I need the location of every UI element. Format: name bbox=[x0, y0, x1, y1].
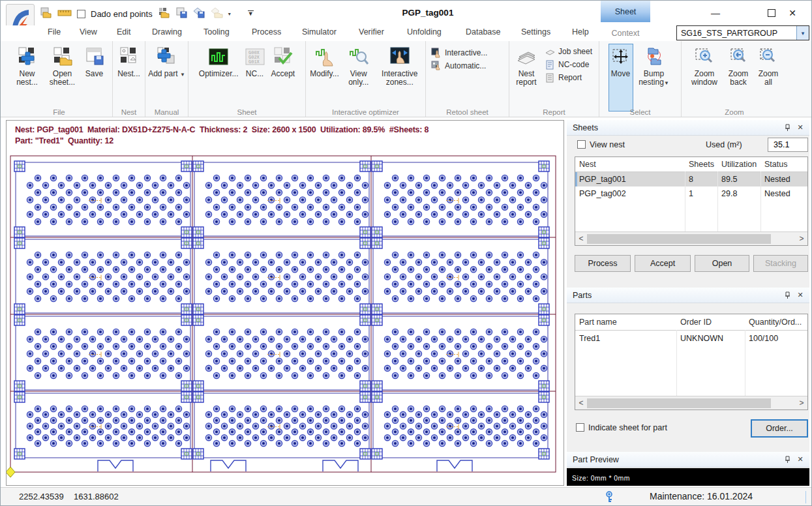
process-button[interactable]: Process bbox=[575, 255, 631, 272]
quick-ruler-icon[interactable] bbox=[57, 8, 72, 20]
scroll-right-icon[interactable]: > bbox=[796, 398, 807, 408]
sheets-pin-icon[interactable] bbox=[781, 124, 794, 132]
scroll-right-icon[interactable]: > bbox=[796, 234, 807, 243]
zoom-back-button[interactable]: Zoom back bbox=[724, 44, 753, 89]
parts-hscrollbar[interactable]: < > bbox=[575, 396, 807, 409]
nc-code-button[interactable]: NC-code bbox=[545, 58, 592, 71]
retool-automatic-button[interactable]: Automatic... bbox=[431, 59, 487, 72]
dado-end-points-checkbox[interactable] bbox=[77, 10, 85, 18]
sheets-table-row[interactable]: PGP_tag001 8 89.5 Nested bbox=[575, 172, 807, 186]
parts-table-row[interactable]: Tred1 UNKNOWN 100/100 bbox=[575, 331, 807, 346]
new-nest-button[interactable]: New nest... bbox=[12, 44, 43, 89]
indicate-sheet-label: Indicate sheet for part bbox=[588, 423, 667, 432]
zoom-back-label: Zoom back bbox=[725, 70, 751, 87]
col-nest[interactable]: Nest bbox=[575, 160, 685, 169]
menu-edit[interactable]: Edit bbox=[117, 27, 131, 37]
view-only-button[interactable]: View only... bbox=[343, 44, 374, 89]
optimizer-button[interactable]: Optimizer... bbox=[198, 44, 240, 80]
col-quantity[interactable]: Quantity/Ord... bbox=[745, 318, 806, 327]
open-sheet-button[interactable]: Open sheet... bbox=[46, 44, 80, 89]
nest-button[interactable]: Nest... bbox=[116, 44, 142, 80]
parts-pin-icon[interactable] bbox=[781, 291, 794, 299]
menu-drawing[interactable]: Drawing bbox=[152, 27, 182, 37]
ribbon-group-interactive-optimizer-label: Interactive optimizer bbox=[306, 108, 425, 116]
modify-button[interactable]: Modify... bbox=[308, 44, 340, 80]
partgroup-value: SG16_STS_PARTGROUP bbox=[677, 29, 796, 38]
parts-panel-header: Parts ✕ bbox=[567, 288, 809, 303]
move-button[interactable]: Move bbox=[609, 44, 633, 112]
sheets-table-row[interactable]: PGP_tag002 1 29.8 Nested bbox=[575, 186, 807, 201]
zoom-all-button[interactable]: Zoom all bbox=[755, 44, 781, 89]
col-sheets[interactable]: Sheets bbox=[685, 160, 717, 169]
menu-unfolding[interactable]: Unfolding bbox=[407, 27, 442, 37]
view-nest-label: View nest bbox=[590, 140, 625, 149]
preview-close-icon[interactable]: ✕ bbox=[794, 455, 807, 464]
menu-simulator[interactable]: Simulator bbox=[302, 27, 337, 37]
menu-view[interactable]: View bbox=[80, 27, 97, 37]
scroll-thumb[interactable] bbox=[587, 234, 771, 244]
ribbon-group-report-label: Report bbox=[509, 108, 599, 116]
scroll-thumb[interactable] bbox=[587, 398, 771, 408]
menu-settings[interactable]: Settings bbox=[521, 27, 550, 37]
order-button[interactable]: Order... bbox=[751, 419, 808, 438]
menu-database[interactable]: Database bbox=[466, 27, 501, 37]
scroll-left-icon[interactable]: < bbox=[575, 398, 587, 408]
preview-pin-icon[interactable] bbox=[781, 456, 794, 464]
accept-label: Accept bbox=[271, 70, 295, 78]
report-button[interactable]: Report bbox=[545, 71, 592, 84]
view-nest-checkbox[interactable] bbox=[577, 140, 586, 149]
minimize-button[interactable]: — bbox=[706, 6, 725, 20]
nc-label: NC... bbox=[246, 70, 263, 78]
maximize-button[interactable] bbox=[762, 6, 781, 20]
export-dropdown-icon[interactable]: ▾ bbox=[228, 11, 231, 17]
zoom-window-button[interactable]: Zoom window bbox=[687, 44, 721, 89]
customize-quickaccess-icon[interactable]: ▼ bbox=[248, 10, 254, 17]
quick-open-icon[interactable] bbox=[40, 7, 52, 21]
accept-button[interactable]: Accept bbox=[270, 44, 297, 80]
menu-verifier[interactable]: Verifier bbox=[359, 27, 384, 37]
open-button[interactable]: Open bbox=[695, 255, 749, 272]
tab-context[interactable]: Context bbox=[601, 25, 650, 41]
nest-drawing[interactable] bbox=[7, 121, 564, 485]
quick-open-nest-icon[interactable] bbox=[158, 7, 170, 21]
col-status[interactable]: Status bbox=[760, 160, 806, 169]
menu-file[interactable]: File bbox=[48, 27, 61, 37]
scroll-left-icon[interactable]: < bbox=[575, 234, 587, 243]
menu-help[interactable]: Help bbox=[572, 27, 589, 37]
sheets-hscrollbar[interactable]: < > bbox=[575, 231, 807, 245]
quick-save-part-icon[interactable] bbox=[193, 7, 205, 21]
accept-sheet-button[interactable]: Accept bbox=[635, 255, 691, 272]
parts-close-icon[interactable]: ✕ bbox=[794, 291, 807, 299]
retool-interactive-button[interactable]: Interactive... bbox=[431, 46, 487, 59]
cell-utilization: 89.5 bbox=[717, 175, 760, 184]
menu-process[interactable]: Process bbox=[252, 27, 281, 37]
col-part-name[interactable]: Part name bbox=[575, 318, 676, 327]
indicate-sheet-checkbox[interactable] bbox=[576, 423, 584, 432]
save-button[interactable]: Save bbox=[82, 44, 107, 80]
window-title: PGP_tag001 bbox=[363, 8, 493, 18]
nest-report-button[interactable]: Nest report bbox=[512, 44, 541, 89]
new-nest-icon bbox=[16, 46, 38, 68]
nest-canvas[interactable]: Nest: PGP_tag001 Material: DX51D+Z275-N-… bbox=[6, 120, 564, 486]
partgroup-combobox[interactable]: SG16_STS_PARTGROUP ▾ bbox=[676, 25, 809, 40]
sheets-close-icon[interactable]: ✕ bbox=[794, 123, 807, 132]
menu-tooling[interactable]: Tooling bbox=[203, 27, 230, 37]
quick-save-sheet-icon[interactable] bbox=[175, 7, 188, 21]
add-part-button[interactable]: Add part ▼ bbox=[147, 44, 187, 81]
quick-export-icon[interactable] bbox=[211, 7, 223, 21]
bump-nesting-button[interactable]: Bump nesting▼ bbox=[636, 44, 672, 89]
bump-nesting-dropdown-icon[interactable]: ▼ bbox=[664, 80, 669, 86]
parts-table[interactable]: Part name Order ID Quantity/Ord... Tred1… bbox=[575, 314, 808, 410]
tab-sheet[interactable]: Sheet bbox=[601, 1, 650, 22]
close-button[interactable]: ✕ bbox=[783, 6, 802, 20]
col-order-id[interactable]: Order ID bbox=[676, 318, 745, 327]
combobox-arrow-icon[interactable]: ▾ bbox=[796, 26, 809, 40]
interactive-zones-button[interactable]: Interactive zones... bbox=[377, 44, 423, 89]
nc-button[interactable]: G00XG02XG01X NC... bbox=[243, 44, 267, 80]
sheets-table[interactable]: Nest Sheets Utilization Status PGP_tag00… bbox=[575, 156, 808, 246]
job-sheet-button[interactable]: Job sheet bbox=[545, 45, 592, 58]
svg-text:G01X: G01X bbox=[248, 59, 260, 65]
zoom-all-icon bbox=[757, 46, 779, 68]
col-utilization[interactable]: Utilization bbox=[717, 160, 760, 169]
add-part-dropdown-icon[interactable]: ▼ bbox=[180, 72, 185, 78]
